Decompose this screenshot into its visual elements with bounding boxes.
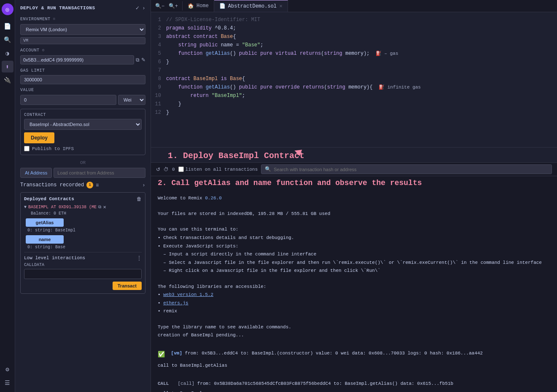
calldata-label: CALLDATA <box>24 263 142 267</box>
account-info-icon[interactable]: ⊕ <box>42 48 45 53</box>
chevron-right-icon[interactable]: › <box>142 4 145 12</box>
get-alias-button[interactable]: getAlias <box>26 218 64 227</box>
zoom-in-icon[interactable]: 🔍+ <box>168 1 179 11</box>
terminal-toolbar: ↺ ⏱ 0 listen on all transactions 🔍 <box>151 162 557 176</box>
code-line-7: 7 <box>151 66 557 75</box>
value-unit-select[interactable]: Wei Gwei Ether <box>118 95 145 105</box>
load-contract-input[interactable] <box>54 168 145 178</box>
plugin-icon[interactable]: 🔌 <box>2 74 13 86</box>
publish-ipfs-checkbox[interactable] <box>24 146 30 151</box>
check-icon[interactable]: ✓ <box>135 4 140 12</box>
terminal-tx-entry: ✅ [vm] from: 0x5B3...eddC4 to: BaseImpl.… <box>158 350 550 359</box>
or-divider: OR <box>15 160 151 165</box>
transactions-recorded-row: Transactions recorded 1 ≡ <box>20 181 100 189</box>
tab-home[interactable]: 🏠 Home <box>183 0 214 12</box>
sidebar: DEPLOY & RUN TRANSACTIONS ✓ › ENVIRONMEN… <box>15 0 151 392</box>
code-line-11: 11 } <box>151 100 557 108</box>
home-icon: 🏠 <box>188 3 194 9</box>
sidebar-header-icons: ✓ › <box>135 4 145 12</box>
editor-tabs: 🔍− 🔍+ 🏠 Home 📄 AbstractDemo.sol ✕ <box>151 0 557 12</box>
terminal-history-icon[interactable]: ⏱ <box>164 166 169 172</box>
account-label: ACCOUNT ⊕ <box>15 45 151 54</box>
code-line-9: 9 function getAlias() public pure overri… <box>151 83 557 91</box>
listen-checkbox[interactable] <box>178 166 184 172</box>
deployed-contracts-box: Deployed Contracts 🗑 ▼ BASEIMPL AT 0XD91… <box>20 192 145 294</box>
contract-chevron-icon[interactable]: ▼ <box>24 205 27 209</box>
terminal-web3: • web3 version 1.5.2 <box>158 291 550 299</box>
git-icon[interactable]: ◑ <box>2 47 13 59</box>
terminal-indent-1: – Input a script directly in the command… <box>158 251 550 258</box>
terminal-call1-entry: CALL [call] from: 0x5B38Da6a701c568545dC… <box>158 380 550 388</box>
name-button[interactable]: name <box>26 235 64 244</box>
terminal: Welcome to Remix 0.26.0 Your files are s… <box>151 190 557 392</box>
tab-abstractdemo[interactable]: 📄 AbstractDemo.sol ✕ <box>214 0 288 12</box>
account-row: ⧉ ✎ <box>15 54 151 66</box>
gas-limit-label: GAS LIMIT <box>15 66 151 74</box>
terminal-info-1: You can use this terminal to: <box>158 226 550 234</box>
annotation-1-area: 1. Deploy BaseImpl Contract <box>151 147 557 162</box>
files-icon[interactable]: 📄 <box>2 20 13 32</box>
value-input[interactable] <box>20 95 116 105</box>
at-address-button[interactable]: At Address <box>20 168 52 178</box>
tab-home-label: Home <box>196 3 209 9</box>
delete-all-icon[interactable]: 🗑 <box>137 196 142 202</box>
code-line-1: 1 // SPDX-License-Identifier: MIT <box>151 16 557 24</box>
config-icon[interactable]: ☰ <box>2 377 13 389</box>
remove-contract-icon[interactable]: ✕ <box>103 205 106 209</box>
sidebar-header: DEPLOY & RUN TRANSACTIONS ✓ › <box>15 0 151 14</box>
code-line-3: 3 abstract contract Base{ <box>151 32 557 41</box>
transactions-chevron-icon[interactable]: › <box>142 181 145 189</box>
gas-limit-input[interactable]: 3000000 <box>20 75 145 84</box>
low-level-header: Low level interactions ⋮ <box>24 252 142 261</box>
transact-button[interactable]: Transact <box>113 282 142 290</box>
terminal-bullet-1: • Check transactions details and start d… <box>158 234 550 242</box>
value-label: VALUE <box>15 85 151 94</box>
tab-icon-group: 🔍− 🔍+ <box>151 1 183 11</box>
search-icon[interactable]: 🔍 <box>2 34 13 46</box>
terminal-search-input[interactable] <box>274 167 548 172</box>
annotation-step2: 2. Call getAlias and name function and o… <box>158 179 422 187</box>
environment-info-icon[interactable]: ≡ <box>53 17 56 21</box>
annotation-step1: 1. Deploy BaseImpl Contract <box>168 151 304 161</box>
terminal-call-getalias: call to BaseImpl.getAlias <box>158 362 550 370</box>
edit-icon[interactable]: ✎ <box>141 57 145 63</box>
zoom-out-icon[interactable]: 🔍− <box>154 1 165 11</box>
deploy-icon[interactable]: ⬆ <box>2 61 13 72</box>
terminal-welcome: Welcome to Remix 0.26.0 <box>158 195 550 202</box>
search-icon: 🔍 <box>265 166 271 172</box>
transactions-list-icon[interactable]: ≡ <box>95 181 100 189</box>
contract-select[interactable]: BaseImpl - AbstractDemo.sol <box>24 119 142 130</box>
code-line-6: 6 } <box>151 58 557 66</box>
copy-icon[interactable]: ⧉ <box>136 57 140 63</box>
terminal-type-lib: Type the library name to see available c… <box>158 324 550 331</box>
icon-bar: ◎ 📄 🔍 ◑ ⬆ 🔌 ⚙ ☰ <box>0 0 15 392</box>
environment-select[interactable]: Remix VM (London) <box>20 24 145 35</box>
terminal-count: 0 <box>172 167 175 172</box>
name-result: 0: string: Base <box>26 245 142 250</box>
calldata-input[interactable] <box>24 269 142 279</box>
transactions-header[interactable]: Transactions recorded 1 ≡ › <box>15 178 151 191</box>
deployed-header: Deployed Contracts 🗑 <box>24 196 142 202</box>
publish-ipfs-row: Publish to IPFS <box>24 146 142 151</box>
code-line-4: 4 string public name = "Base"; <box>151 41 557 49</box>
contract-instance-label: BASEIMPL AT 0XD91…39138 (ME <box>28 205 97 209</box>
main-content: 🔍− 🔍+ 🏠 Home 📄 AbstractDemo.sol ✕ 1 // S… <box>151 0 557 392</box>
code-line-12: 12 } <box>151 108 557 117</box>
transactions-count-badge: 1 <box>86 182 93 188</box>
terminal-clear-icon[interactable]: ↺ <box>156 166 160 172</box>
address-row: At Address <box>20 168 145 178</box>
tab-abstractdemo-label: AbstractDemo.sol <box>228 3 277 9</box>
low-level-info-icon[interactable]: ⋮ <box>137 255 142 261</box>
account-input[interactable] <box>20 55 134 64</box>
settings-icon[interactable]: ⚙ <box>2 363 13 375</box>
tx-entry-text: [vm] from: 0x5B3...eddC4 to: BaseImpl.(c… <box>168 350 483 357</box>
tab-close-icon[interactable]: ✕ <box>279 4 283 8</box>
value-row: Wei Gwei Ether <box>15 94 151 106</box>
terminal-creation: creation of BaseImpl pending... <box>158 332 550 339</box>
get-alias-result: 0: string: BaseImpl <box>26 228 142 233</box>
deploy-button[interactable]: Deploy <box>24 132 54 143</box>
deployed-contracts-title: Deployed Contracts <box>24 196 74 201</box>
contract-label: CONTRACT <box>24 113 142 119</box>
annotation-2-area: 2. Call getAlias and name function and o… <box>151 176 557 190</box>
copy-address-icon[interactable]: ⧉ <box>98 204 101 209</box>
